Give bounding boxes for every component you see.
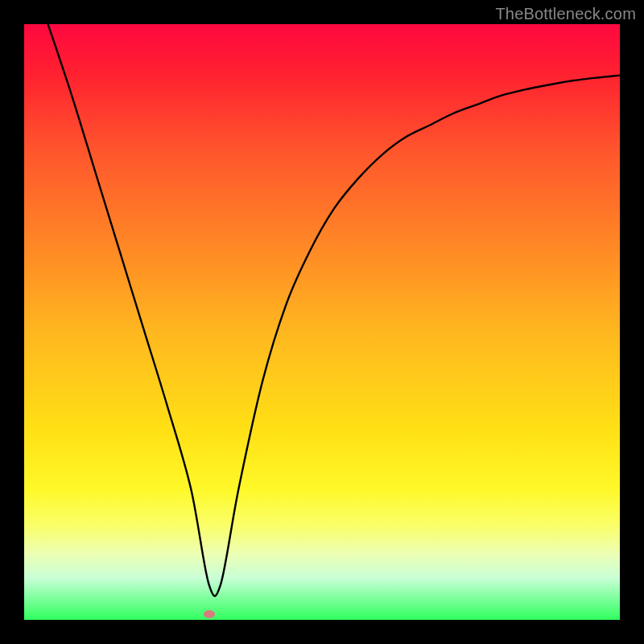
- chart-frame: TheBottleneck.com: [0, 0, 644, 644]
- optimal-point-marker: [204, 610, 215, 618]
- watermark-text: TheBottleneck.com: [495, 5, 636, 23]
- plot-area: [24, 24, 620, 620]
- bottleneck-curve: [24, 24, 620, 620]
